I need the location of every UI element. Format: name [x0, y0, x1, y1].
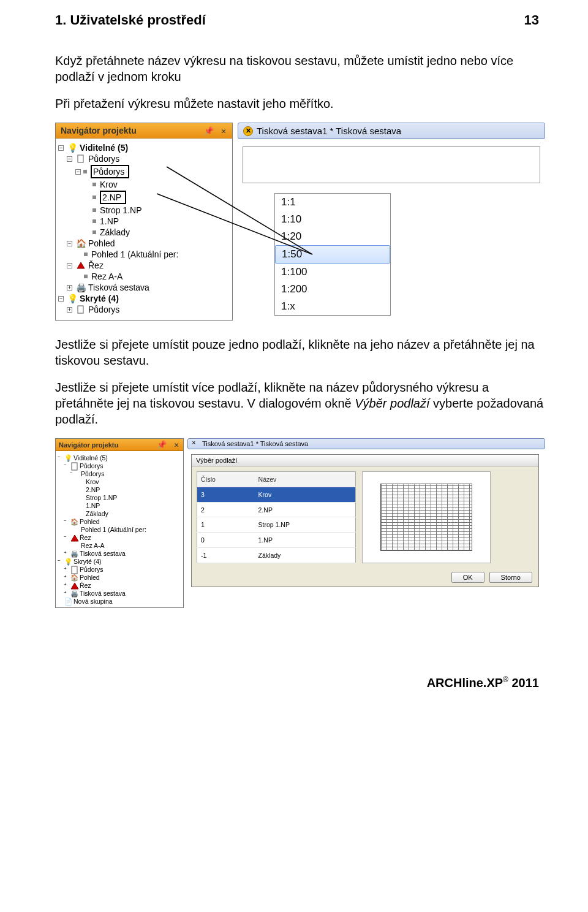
navigator-titlebar-2[interactable]: Navigátor projektu 📌 ✕ — [56, 439, 183, 451]
paragraph-1: Když přetáhnete název výkresu na tiskovo… — [55, 53, 545, 85]
svg-marker-8 — [71, 583, 78, 589]
col-name: Název — [255, 472, 356, 487]
navigator-title-2: Navigátor projektu — [59, 441, 118, 449]
scale-option-1-100[interactable]: 1:100 — [275, 264, 390, 281]
document-tab[interactable]: ✕ Tisková sestava1 * Tisková sestava — [238, 123, 545, 139]
bullet-icon — [92, 208, 96, 212]
screenshot-2: Navigátor projektu 📌 ✕ −💡Viditelné (5) −… — [55, 438, 545, 608]
tree-1np[interactable]: 1.NP — [100, 216, 119, 226]
table-row[interactable]: -1Základy — [197, 548, 356, 563]
bullet-icon — [92, 183, 96, 186]
bullet-icon — [83, 170, 87, 173]
floor-select-dialog: Výběr podlaží Číslo Název 3Krov 22.NP 1S… — [191, 454, 539, 587]
collapse-icon[interactable]: − — [67, 241, 72, 246]
tree-2np[interactable]: 2.NP — [100, 191, 126, 204]
svg-marker-1 — [77, 262, 85, 268]
table-row[interactable]: 01.NP — [197, 533, 356, 548]
tree-skryte[interactable]: Skryté (4) — [80, 294, 119, 303]
tab-label: Tisková sestava1 * Tisková sestava — [257, 126, 401, 136]
collapse-icon[interactable]: − — [67, 156, 72, 162]
paragraph-3: Jestliže si přejete umístit pouze jedno … — [55, 336, 545, 368]
page-footer: ARCHline.XP® 2011 — [55, 675, 545, 690]
tree-pudorys-group[interactable]: Půdorys — [88, 154, 119, 164]
floor-preview — [362, 471, 491, 563]
tree-zaklady[interactable]: Základy — [100, 227, 130, 237]
scale-option-1-x[interactable]: 1:x — [275, 298, 390, 315]
tree-pohled1[interactable]: Pohled 1 (Aktuální per: — [91, 249, 178, 259]
table-row[interactable]: 22.NP — [197, 502, 356, 517]
tree-rez[interactable]: Řez — [88, 260, 104, 270]
dialog-title: Výběr podlaží — [192, 455, 538, 466]
tree-pudorys[interactable]: Půdorys — [91, 165, 129, 178]
expand-icon[interactable]: + — [67, 285, 72, 291]
pin-close-icons-2[interactable]: 📌 ✕ — [157, 440, 180, 449]
svg-rect-5 — [72, 463, 77, 470]
bullet-icon — [92, 219, 96, 223]
scale-option-1-10[interactable]: 1:10 — [275, 211, 390, 228]
plan-thumbnail — [380, 484, 472, 551]
document-tab-2[interactable]: ✕ Tisková sestava1 * Tisková sestava — [187, 438, 545, 449]
printer-icon: 🖨️ — [76, 283, 86, 292]
bullet-icon — [92, 196, 96, 199]
tree-tiskova[interactable]: Tisková sestava — [88, 283, 149, 292]
scale-option-1-50[interactable]: 1:50 — [275, 245, 390, 264]
navigator-tree-2[interactable]: −💡Viditelné (5) −Půdorys −Půdorys Krov 2… — [56, 451, 183, 607]
tab-label-2: Tisková sestava1 * Tisková sestava — [202, 440, 308, 447]
collapse-icon[interactable]: − — [58, 296, 64, 302]
navigator-panel-2: Navigátor projektu 📌 ✕ −💡Viditelné (5) −… — [55, 438, 184, 608]
collapse-icon[interactable]: − — [67, 263, 72, 268]
paragraph-4: Jestliže si přejete umístit více podlaží… — [55, 379, 545, 427]
bullet-icon — [84, 253, 88, 256]
screenshot-1: Navigátor projektu 📌 ✕ − 💡 Viditelné (5)… — [55, 123, 545, 321]
tab-close-icon-2[interactable]: ✕ — [192, 440, 199, 447]
svg-marker-6 — [71, 535, 78, 541]
floor-table[interactable]: Číslo Název 3Krov 22.NP 1Strop 1.NP 01.N… — [197, 471, 356, 563]
table-row[interactable]: 3Krov — [197, 487, 356, 502]
page-number: 13 — [524, 12, 545, 28]
cancel-button[interactable]: Storno — [489, 572, 532, 583]
section-icon — [76, 261, 86, 270]
svg-rect-7 — [72, 566, 77, 574]
navigator-title: Navigátor projektu — [61, 126, 137, 135]
pin-and-close-icons[interactable]: 📌 ✕ — [204, 126, 227, 135]
bulb-off-icon: 💡 — [67, 294, 77, 303]
scale-option-1-20[interactable]: 1:20 — [275, 228, 390, 245]
doc-icon — [76, 305, 86, 314]
bulb-icon: 💡 — [67, 143, 77, 152]
navigator-titlebar[interactable]: Navigátor projektu 📌 ✕ — [56, 123, 232, 139]
section-title: 1. Uživatelské prostředí — [55, 12, 206, 28]
tree-krov[interactable]: Krov — [100, 180, 118, 189]
house-icon: 🏠 — [76, 239, 86, 248]
scale-option-1-1[interactable]: 1:1 — [275, 194, 390, 211]
svg-rect-0 — [78, 155, 83, 162]
drawing-canvas[interactable] — [243, 146, 540, 183]
navigator-tree[interactable]: − 💡 Viditelné (5) − Půdorys − Půdorys Kr… — [56, 139, 232, 320]
bullet-icon — [84, 275, 88, 278]
tree-pudorys2[interactable]: Půdorys — [88, 305, 119, 314]
navigator-panel: Navigátor projektu 📌 ✕ − 💡 Viditelné (5)… — [55, 123, 233, 321]
tree-visible[interactable]: Viditelné (5) — [80, 143, 128, 153]
col-number: Číslo — [197, 472, 255, 487]
expand-icon[interactable]: + — [67, 307, 72, 313]
paragraph-2: Při přetažení výkresu můžete nastavit je… — [55, 96, 545, 112]
ok-button[interactable]: OK — [451, 572, 484, 583]
scale-dropdown[interactable]: 1:1 1:10 1:20 1:50 1:100 1:200 1:x — [274, 193, 391, 316]
collapse-icon[interactable]: − — [75, 169, 81, 175]
bullet-icon — [92, 230, 96, 234]
tab-close-icon[interactable]: ✕ — [243, 126, 253, 136]
svg-rect-2 — [78, 306, 83, 313]
scale-option-1-200[interactable]: 1:200 — [275, 281, 390, 298]
table-row[interactable]: 1Strop 1.NP — [197, 517, 356, 533]
collapse-icon[interactable]: − — [58, 145, 64, 151]
doc-icon — [76, 154, 86, 163]
tree-strop[interactable]: Strop 1.NP — [100, 205, 141, 215]
tree-reza[interactable]: Rez A-A — [91, 272, 123, 281]
tree-pohled[interactable]: Pohled — [88, 238, 115, 248]
